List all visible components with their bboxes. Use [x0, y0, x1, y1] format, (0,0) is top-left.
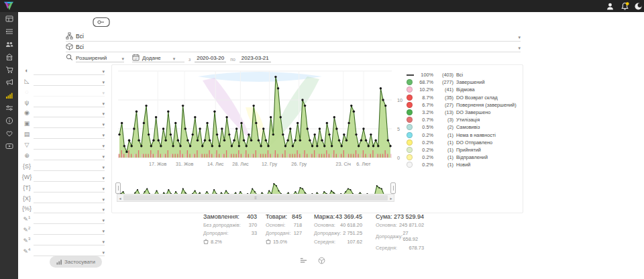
filter-input[interactable]: ▾ — [34, 176, 105, 182]
date-field-select[interactable]: 17 Додане ▾ — [132, 54, 184, 62]
filter-row[interactable]: ◉ ▾ — [20, 107, 105, 118]
sidebar-item-videos[interactable] — [0, 140, 18, 152]
legend-item[interactable]: 0.2% (1) Новий — [407, 161, 519, 168]
filter-input[interactable]: ▾ — [34, 154, 105, 160]
legend-item[interactable]: 3.2% (13) DO Завершено — [407, 109, 519, 116]
legend-item[interactable]: 0.7% (3) Утилізація — [407, 116, 519, 123]
filter-row[interactable]: ▽ ▾ — [20, 139, 105, 150]
legend-marker — [407, 95, 413, 101]
status-filter-row[interactable]: Всі ▾ — [66, 31, 521, 42]
filter-icon: {X} — [20, 194, 34, 203]
main-chart[interactable]: 17. Жов31. Жов14. Лис28. Лис12. Гру26. Г… — [118, 67, 408, 173]
legend-item[interactable]: 10.2% (41) Відмова — [407, 86, 519, 93]
filter-row[interactable]: ✎3 ▾ — [20, 235, 105, 245]
filter-row[interactable]: ◐ ▾ — [20, 64, 105, 75]
legend-marker — [407, 74, 414, 76]
filter-row[interactable]: ▣ ▾ — [20, 117, 105, 128]
thumb-grip: ≡ — [254, 196, 257, 200]
apply-button[interactable]: Застосувати — [50, 256, 102, 268]
filter-input[interactable]: ▾ — [34, 101, 105, 107]
legend-item[interactable]: 6.7% (27) Повернення (завершений) — [407, 101, 519, 109]
sidebar-item-analytics[interactable] — [0, 89, 18, 101]
filter-row[interactable]: {S} ▾ — [20, 160, 105, 171]
megaphone-icon — [5, 78, 13, 87]
legend-item[interactable]: 0.2% (1) Нема в наявності — [407, 131, 519, 139]
search-icon[interactable] — [66, 54, 73, 62]
filter-row[interactable]: {W} ▾ — [20, 171, 105, 182]
filter-input[interactable]: ▾ — [34, 229, 105, 235]
chart-scrollbar[interactable]: ◂ ≡ ▸ — [117, 194, 394, 202]
filter-input[interactable]: ▾ — [34, 111, 105, 117]
scrollbar-thumb[interactable]: ≡ — [123, 195, 388, 201]
scroll-right-arrow[interactable]: ▸ — [388, 196, 394, 201]
app-logo-icon[interactable] — [3, 1, 15, 11]
filter-row[interactable]: ⊕ ▾ — [20, 150, 105, 160]
filter-input[interactable]: ▾ — [34, 133, 105, 139]
legend-item[interactable]: 0.5% (2) Самовивіз — [407, 123, 519, 131]
sidebar-item-partners[interactable] — [0, 127, 18, 140]
legend-item[interactable]: 0.2% (1) Прийнятий — [407, 146, 519, 154]
sidebar-item-orders[interactable] — [0, 25, 18, 38]
filter-row[interactable]: {T} ▾ — [20, 182, 105, 192]
filter-input[interactable]: ▾ — [34, 69, 105, 75]
sidebar-item-info[interactable] — [0, 114, 18, 127]
legend-item[interactable]: 0.2% (1) Відправлений — [407, 154, 519, 161]
legend-marker — [407, 117, 413, 123]
svg-text:10: 10 — [397, 97, 402, 103]
stat-title: Товари: — [266, 213, 287, 220]
sidebar-item-store[interactable] — [0, 50, 18, 63]
filter-row[interactable]: ◌ ▾ — [20, 86, 105, 97]
filter-input[interactable]: ▾ — [34, 186, 105, 192]
filter-input[interactable]: ▾ — [34, 239, 105, 245]
sidebar-item-customers[interactable] — [0, 38, 18, 50]
legend-item[interactable]: 0.2% (1) DO Отправлено — [407, 139, 519, 146]
sidebar-item-dashboard[interactable] — [0, 12, 18, 25]
main-sidebar — [0, 12, 18, 279]
filter-row[interactable]: ✎1 ▾ — [20, 213, 105, 224]
stat-sub-value: 718 — [294, 222, 302, 228]
legend-item[interactable]: 8.7% (35) DO Возврат склад — [407, 94, 519, 101]
notifications-bell-icon[interactable] — [621, 2, 629, 11]
filter-input[interactable]: ▾ — [34, 80, 105, 86]
date-field-value: Додане — [142, 55, 161, 61]
filter-input[interactable]: ▾ — [34, 197, 105, 203]
profile-icon[interactable] — [606, 2, 614, 11]
filter-row[interactable]: {%} ▾ — [20, 203, 105, 214]
filter-input[interactable]: ▾ — [34, 91, 105, 97]
search-mode-value: Розширений — [76, 55, 107, 61]
filter-row[interactable]: ✎4 ▾ — [20, 245, 105, 256]
chevron-down-icon: ▾ — [121, 56, 124, 61]
date-from-input[interactable]: 2020-03-20 — [195, 55, 226, 62]
filter-input[interactable]: ▾ — [34, 207, 105, 213]
promo-tag-icon[interactable] — [93, 17, 110, 27]
stat-margin: Маржа:43 369.45 Основна:40 618.20 Допрод… — [314, 213, 362, 245]
filter-row[interactable]: ψ ▾ — [20, 97, 105, 107]
filter-input[interactable]: ▾ — [34, 122, 105, 128]
scroll-left-arrow[interactable]: ◂ — [117, 196, 123, 201]
legend-item[interactable]: 68.7% (277) Завершений — [407, 78, 519, 86]
status-filter-value[interactable]: Всі — [73, 33, 84, 41]
sidebar-item-marketing[interactable] — [0, 76, 18, 89]
legend-count: (41) — [436, 87, 456, 93]
legend-item[interactable]: 100% (403) Всі — [407, 71, 519, 78]
brush-handle-left[interactable] — [115, 182, 121, 194]
filter-row[interactable]: ✎2 ▾ — [20, 224, 105, 235]
theme-toggle-icon[interactable] — [634, 2, 643, 11]
search-mode-select[interactable]: Розширений ▾ — [76, 55, 124, 62]
chevron-down-icon[interactable]: ▾ — [518, 46, 521, 52]
brush-handle-right[interactable] — [390, 182, 396, 194]
filter-row[interactable]: ◺ ▾ — [20, 75, 105, 86]
filter-input[interactable]: ▾ — [34, 218, 105, 224]
chevron-down-icon[interactable]: ▾ — [518, 35, 521, 41]
date-to-input[interactable]: 2023-03-21 — [239, 55, 271, 62]
filter-row[interactable]: ▤ ▾ — [20, 128, 105, 139]
filter-input[interactable]: ▾ — [34, 250, 105, 256]
filter-input[interactable]: ▾ — [34, 165, 105, 171]
chevron-down-icon: ▾ — [102, 229, 105, 233]
filter-input[interactable]: ▾ — [34, 144, 105, 150]
sidebar-item-cart[interactable] — [0, 63, 18, 76]
filter-row[interactable]: {X} ▾ — [20, 192, 105, 203]
sidebar-item-settings[interactable] — [0, 101, 18, 114]
list-view-toggle[interactable] — [300, 257, 307, 266]
product-view-toggle[interactable] — [318, 257, 325, 266]
